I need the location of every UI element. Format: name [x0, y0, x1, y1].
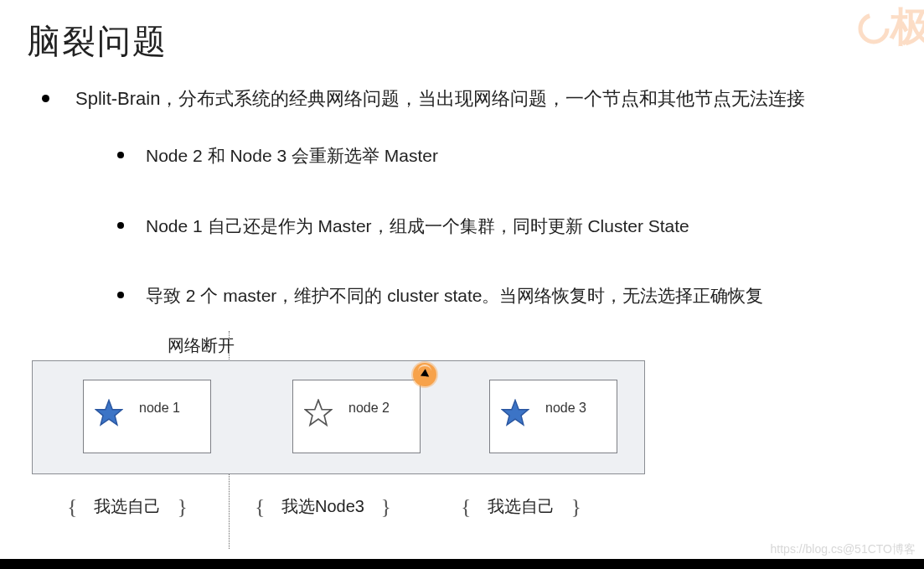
cursor-icon: [413, 363, 436, 386]
star-icon: [95, 399, 123, 427]
star-icon: [304, 399, 333, 427]
svg-marker-1: [95, 400, 121, 425]
vote-1: { 我选自己 }: [67, 494, 188, 520]
node-label: node 1: [139, 401, 180, 416]
vote-3: { 我选自己 }: [461, 494, 581, 520]
brace-right-icon: }: [571, 494, 581, 520]
brand-logo: 极: [857, 0, 924, 54]
node-box-1: node 1: [83, 380, 211, 453]
vote-row: { 我选自己 } { 我选Node3 } { 我选自己 }: [67, 494, 670, 528]
node-label: node 3: [545, 401, 586, 416]
bullet-sub-1: Node 2 和 Node 3 会重新选举 Master: [117, 142, 924, 170]
vote-text: 我选Node3: [270, 495, 376, 518]
bullet-list-outer: Split-Brain，分布式系统的经典网络问题，当出现网络问题，一个节点和其他…: [42, 84, 924, 352]
vote-text: 我选自己: [476, 495, 566, 518]
brace-left-icon: {: [461, 494, 471, 520]
network-break-label: 网络断开: [168, 334, 235, 357]
brace-left-icon: {: [255, 494, 265, 520]
vote-text: 我选自己: [82, 495, 173, 518]
vote-2: { 我选Node3 }: [255, 494, 391, 520]
slide-title: 脑裂问题: [27, 18, 168, 65]
cluster-box: node 1 node 2 node 3: [32, 360, 645, 474]
brace-right-icon: }: [178, 494, 188, 520]
bullet-sub-2: Node 1 自己还是作为 Master，组成一个集群，同时更新 Cluster…: [117, 212, 924, 241]
node-box-2: node 2: [292, 380, 421, 453]
bullet-main-text: Split-Brain，分布式系统的经典网络问题，当出现网络问题，一个节点和其他…: [75, 88, 805, 109]
watermark-text: https://blog.cs@51CTO博客: [771, 542, 916, 557]
node-label: node 2: [348, 401, 390, 416]
node-box-3: node 3: [489, 380, 617, 453]
star-icon: [501, 399, 529, 427]
svg-marker-2: [305, 400, 331, 425]
svg-point-0: [860, 15, 887, 42]
brand-text: 极: [890, 4, 924, 49]
brace-right-icon: }: [381, 494, 391, 520]
bottom-bar: [0, 559, 924, 569]
bullet-main: Split-Brain，分布式系统的经典网络问题，当出现网络问题，一个节点和其他…: [42, 84, 924, 310]
brace-left-icon: {: [67, 494, 77, 520]
bullet-list-inner: Node 2 和 Node 3 会重新选举 Master Node 1 自己还是…: [117, 142, 924, 310]
bullet-sub-3: 导致 2 个 master，维护不同的 cluster state。当网络恢复时…: [117, 282, 924, 310]
svg-marker-3: [502, 400, 528, 425]
